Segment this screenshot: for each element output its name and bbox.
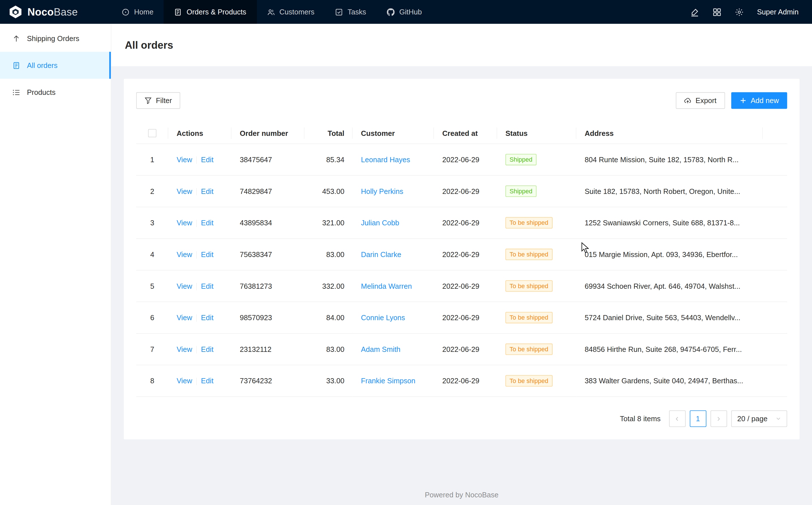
row-index-cell: 1 <box>136 144 168 175</box>
view-link[interactable]: View <box>177 219 192 227</box>
pagination-total: Total 8 items <box>620 415 660 423</box>
header-actions: Super Admin <box>690 0 812 24</box>
add-new-button[interactable]: Add new <box>731 92 787 109</box>
edit-link[interactable]: Edit <box>201 219 213 227</box>
view-link[interactable]: View <box>177 377 192 385</box>
grid-blocks-icon <box>713 8 721 16</box>
status-cell: To be shipped <box>497 365 576 397</box>
nav-label: Customers <box>280 8 315 16</box>
column-header-empty <box>763 122 787 144</box>
sidebar-item-label: All orders <box>27 61 57 69</box>
total-cell: 33.00 <box>304 365 352 397</box>
sidebar-item-shipping-orders[interactable]: Shipping Orders <box>0 25 111 52</box>
edit-link[interactable]: Edit <box>201 155 213 164</box>
view-link[interactable]: View <box>177 250 192 259</box>
sidebar-item-products[interactable]: Products <box>0 79 111 106</box>
row-index-cell: 2 <box>136 175 168 207</box>
customer-link[interactable]: Darin Clarke <box>361 250 401 259</box>
plugins-button[interactable] <box>713 8 721 16</box>
export-button[interactable]: Export <box>676 92 725 109</box>
nav-item-github[interactable]: GitHub <box>376 0 432 24</box>
brand-logo[interactable]: NocoBase <box>0 0 111 24</box>
row-index: 4 <box>150 250 154 259</box>
edit-link[interactable]: Edit <box>201 282 213 290</box>
gear-icon <box>735 8 744 16</box>
sidebar-item-label: Products <box>27 88 55 96</box>
settings-button[interactable] <box>735 8 744 16</box>
action-divider <box>196 188 197 196</box>
app-root: NocoBase Home Orders & Products <box>0 0 812 505</box>
view-link[interactable]: View <box>177 345 192 353</box>
view-link[interactable]: View <box>177 282 192 290</box>
edit-link[interactable]: Edit <box>201 377 213 385</box>
pagination-next-button[interactable] <box>711 410 727 427</box>
edit-link[interactable]: Edit <box>201 314 213 322</box>
edit-link[interactable]: Edit <box>201 345 213 353</box>
total-cell: 83.00 <box>304 238 352 270</box>
customer-link[interactable]: Adam Smith <box>361 345 400 354</box>
edit-link[interactable]: Edit <box>201 187 213 195</box>
pagination-page-1[interactable]: 1 <box>690 410 706 427</box>
nav-item-orders-products[interactable]: Orders & Products <box>164 0 257 24</box>
circle-dot-icon <box>122 8 129 16</box>
status-tag: To be shipped <box>505 249 552 260</box>
page-size-select[interactable]: 20 / page <box>731 410 787 427</box>
view-link[interactable]: View <box>177 155 192 164</box>
main-area: All orders Filter <box>111 24 812 505</box>
action-divider <box>196 346 197 354</box>
toolbar-right: Export Add new <box>676 92 787 109</box>
current-user[interactable]: Super Admin <box>757 8 799 16</box>
customer-cell: Melinda Warren <box>353 270 434 302</box>
address-cell: Suite 182, 15783, North Robert, Oregon, … <box>576 175 763 207</box>
edit-link[interactable]: Edit <box>201 250 213 259</box>
chevron-right-icon <box>716 416 722 422</box>
nav-item-tasks[interactable]: Tasks <box>325 0 376 24</box>
customer-link[interactable]: Julian Cobb <box>361 219 399 227</box>
total-cell: 332.00 <box>304 270 352 302</box>
sidebar-item-all-orders[interactable]: All orders <box>0 52 111 79</box>
row-index-cell: 8 <box>136 365 168 397</box>
address-cell: 383 Walter Gardens, Suite 040, 24947, Be… <box>576 365 763 397</box>
ui-editor-button[interactable] <box>690 8 699 16</box>
created-at-cell: 2022-06-29 <box>434 365 497 397</box>
created-at-cell: 2022-06-29 <box>434 302 497 334</box>
row-index: 3 <box>150 219 154 227</box>
order-number-cell: 38475647 <box>231 144 304 175</box>
status-cell: Shipped <box>497 175 576 207</box>
column-header-customer: Customer <box>353 122 434 144</box>
pagination-prev-button[interactable] <box>669 410 686 427</box>
customer-cell: Frankie Simpson <box>353 365 434 397</box>
customer-cell: Julian Cobb <box>353 207 434 239</box>
view-link[interactable]: View <box>177 187 192 195</box>
row-index-cell: 4 <box>136 238 168 270</box>
status-tag: Shipped <box>505 154 536 165</box>
orders-icon <box>174 8 182 16</box>
list-icon <box>12 88 20 96</box>
customer-cell: Adam Smith <box>353 333 434 365</box>
add-new-label: Add new <box>751 96 779 105</box>
customer-link[interactable]: Leonard Hayes <box>361 156 410 164</box>
top-header: NocoBase Home Orders & Products <box>0 0 812 24</box>
page-header: All orders <box>111 24 812 66</box>
filter-button[interactable]: Filter <box>136 92 180 109</box>
order-number-cell: 23132112 <box>231 333 304 365</box>
row-index: 7 <box>150 345 154 354</box>
row-index-cell: 7 <box>136 333 168 365</box>
actions-cell: ViewEdit <box>168 270 231 302</box>
table-row: 3ViewEdit43895834321.00Julian Cobb2022-0… <box>136 207 787 239</box>
customer-link[interactable]: Connie Lyons <box>361 314 405 322</box>
empty-cell <box>763 144 787 175</box>
orders-file-icon <box>12 61 20 69</box>
view-link[interactable]: View <box>177 314 192 322</box>
table-row: 7ViewEdit2313211283.00Adam Smith2022-06-… <box>136 333 787 365</box>
created-at-cell: 2022-06-29 <box>434 144 497 175</box>
customer-link[interactable]: Frankie Simpson <box>361 377 415 385</box>
customer-link[interactable]: Melinda Warren <box>361 282 412 290</box>
nav-item-customers[interactable]: Customers <box>257 0 325 24</box>
select-all-checkbox[interactable] <box>148 129 156 137</box>
table-row: 8ViewEdit7376423233.00Frankie Simpson202… <box>136 365 787 397</box>
status-cell: To be shipped <box>497 207 576 239</box>
customer-link[interactable]: Holly Perkins <box>361 187 403 195</box>
table-row: 4ViewEdit7563834783.00Darin Clarke2022-0… <box>136 238 787 270</box>
nav-item-home[interactable]: Home <box>111 0 164 24</box>
